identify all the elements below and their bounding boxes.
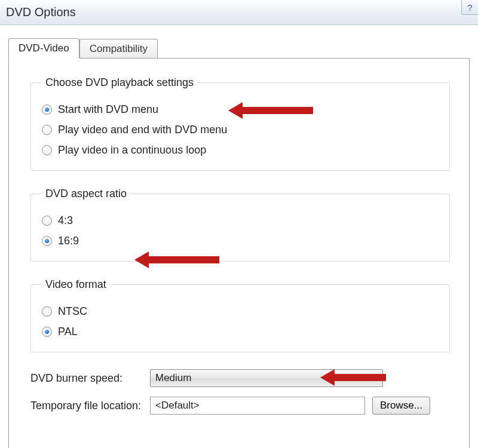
radio-icon [42,145,52,155]
row-temp-location: Temporary file location: <Default> Brows… [30,397,450,415]
radio-icon [42,125,52,135]
radio-icon [42,236,52,246]
tab-compatibility[interactable]: Compatibility [79,39,158,59]
radio-row-16-9[interactable]: 16:9 [42,232,439,249]
temp-location-field[interactable]: <Default> [150,397,365,415]
radio-row-play-end-menu[interactable]: Play video and end with DVD menu [42,121,439,138]
help-icon: ? [467,2,472,13]
tab-label: Compatibility [90,43,148,54]
tab-dvd-video[interactable]: DVD-Video [8,38,79,59]
radio-row-pal[interactable]: PAL [42,323,439,340]
radio-row-loop[interactable]: Play video in a continuous loop [42,142,439,158]
radio-label: Play video in a continuous loop [58,144,206,157]
group-aspect: DVD aspect ratio 4:3 16:9 [30,188,450,262]
button-label: Browse... [380,400,422,412]
radio-label: Play video and end with DVD menu [58,124,227,136]
temp-location-label: Temporary file location: [30,400,150,412]
radio-label: NTSC [58,305,87,318]
group-legend: Choose DVD playback settings [42,76,197,89]
radio-label: Start with DVD menu [58,103,158,116]
tab-label: DVD-Video [19,42,69,54]
group-legend: DVD aspect ratio [42,188,130,200]
client-area: DVD-Video Compatibility Choose DVD playb… [0,25,478,448]
radio-label: 16:9 [58,235,79,247]
field-value: <Default> [155,400,200,412]
radio-row-4-3[interactable]: 4:3 [42,212,439,229]
row-burner-speed: DVD burner speed: Medium [30,369,450,387]
burner-speed-label: DVD burner speed: [30,372,150,385]
radio-label: PAL [58,326,78,338]
annotation-arrow-icon [228,102,313,119]
radio-label: 4:3 [58,214,73,227]
group-format: Video format NTSC PAL [30,278,450,352]
titlebar: DVD Options ? [0,0,478,25]
radio-row-start-menu[interactable]: Start with DVD menu [42,101,439,118]
annotation-arrow-icon [134,251,219,268]
dropdown-value: Medium [155,372,191,384]
browse-button[interactable]: Browse... [372,397,430,415]
burner-speed-dropdown[interactable]: Medium [150,369,383,387]
window-title: DVD Options [6,5,76,19]
help-button[interactable]: ? [461,0,478,15]
radio-icon [42,306,52,317]
radio-icon [42,105,52,115]
radio-row-ntsc[interactable]: NTSC [42,303,439,320]
group-legend: Video format [42,278,110,291]
radio-icon [42,327,52,337]
tabstrip: DVD-Video Compatibility [8,38,470,59]
radio-icon [42,216,52,226]
tab-panel: Choose DVD playback settings Start with … [8,58,470,448]
group-playback: Choose DVD playback settings Start with … [30,76,450,171]
annotation-arrow-icon [320,369,386,386]
